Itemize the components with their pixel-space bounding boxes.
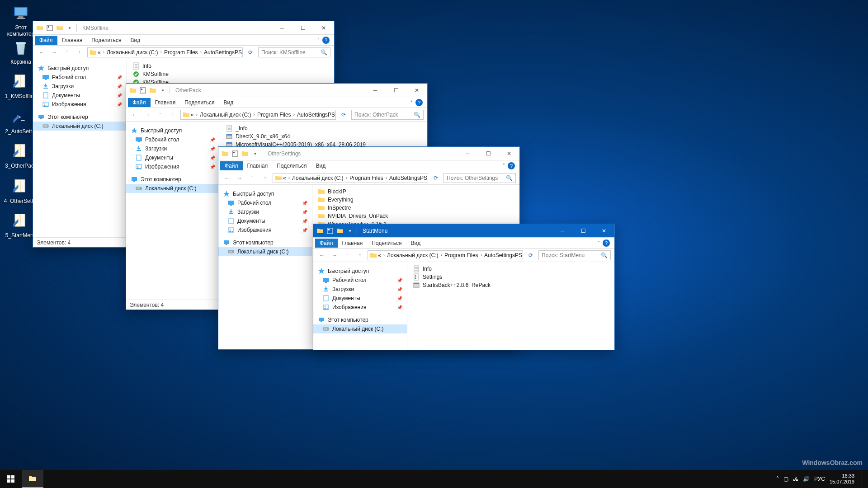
forward-button[interactable]: → — [330, 250, 340, 260]
help-icon[interactable]: ? — [508, 162, 515, 169]
chevron-right-icon[interactable]: › — [439, 253, 443, 258]
chevron-right-icon[interactable]: › — [159, 50, 163, 55]
nav-documents[interactable]: Документы📌 — [33, 91, 127, 100]
up-button[interactable]: ↑ — [168, 110, 178, 120]
minimize-button[interactable]: ─ — [457, 147, 478, 160]
breadcrumb-seg[interactable]: AutoSettingsPS — [204, 49, 242, 56]
search-input[interactable] — [354, 112, 409, 118]
chevron-right-icon[interactable]: › — [195, 112, 199, 117]
tab-share[interactable]: Поделиться — [272, 161, 311, 170]
nav-this-pc[interactable]: Этот компьютер — [313, 315, 407, 324]
titlebar[interactable]: ▾ StartMenu ─ ☐ ✕ — [313, 224, 614, 238]
nav-pictures[interactable]: Изображения📌 — [313, 303, 407, 312]
breadcrumb[interactable]: «›Локальный диск (C:)›Program Files›Auto… — [273, 173, 428, 183]
nav-downloads[interactable]: Загрузки📌 — [313, 285, 407, 294]
breadcrumb-seg[interactable]: Локальный диск (C:) — [200, 112, 251, 118]
back-button[interactable]: ← — [222, 173, 232, 183]
nav-quick-access[interactable]: Быстрый доступ — [218, 189, 312, 198]
tab-share[interactable]: Поделиться — [180, 98, 219, 107]
dropdown-icon[interactable]: ▾ — [251, 150, 259, 158]
breadcrumb-seg[interactable]: « — [283, 175, 286, 181]
breadcrumb-seg[interactable]: AutoSettingsPS — [389, 175, 427, 181]
expand-ribbon-icon[interactable]: ˅ — [410, 100, 413, 105]
qa-folder-icon[interactable] — [56, 24, 64, 32]
chevron-right-icon[interactable]: › — [252, 112, 256, 117]
expand-ribbon-icon[interactable]: ˅ — [598, 240, 600, 245]
nav-cdrive[interactable]: Локальный диск (C:) — [33, 122, 127, 131]
tab-view[interactable]: Вид — [311, 161, 330, 170]
qa-folder-icon[interactable] — [149, 86, 157, 94]
nav-quick-access[interactable]: Быстрый доступ — [313, 267, 407, 276]
titlebar[interactable]: ▾ KMSoffline ─ ☐ ✕ — [33, 21, 334, 35]
list-item[interactable]: InSpectre — [316, 204, 516, 212]
tab-file[interactable]: Файл — [315, 239, 338, 248]
chevron-right-icon[interactable]: › — [287, 175, 291, 180]
list-item[interactable]: _Info — [224, 124, 424, 132]
nav-downloads[interactable]: Загрузки📌 — [218, 207, 312, 216]
file-list[interactable]: InfoSettingsStartisBack++2.8.6_RePack — [407, 262, 614, 350]
back-button[interactable]: ← — [37, 47, 47, 57]
language-indicator[interactable]: РУС — [814, 476, 825, 482]
tab-home[interactable]: Главная — [338, 239, 368, 248]
tab-share[interactable]: Поделиться — [87, 36, 126, 45]
chevron-right-icon[interactable]: › — [292, 112, 296, 117]
breadcrumb-seg[interactable]: Program Files — [257, 112, 291, 118]
breadcrumb[interactable]: «›Локальный диск (C:)›Program Files›Auto… — [180, 110, 336, 120]
close-button[interactable]: ✕ — [406, 84, 427, 97]
nav-documents[interactable]: Документы📌 — [126, 153, 220, 162]
breadcrumb-seg[interactable]: Program Files — [164, 49, 198, 56]
close-button[interactable]: ✕ — [499, 147, 519, 160]
nav-desktop[interactable]: Рабочий стол📌 — [33, 73, 127, 82]
search-input[interactable] — [542, 252, 596, 258]
forward-button[interactable]: → — [235, 173, 245, 183]
maximize-button[interactable]: ☐ — [386, 84, 406, 97]
nav-documents[interactable]: Документы📌 — [218, 216, 312, 225]
up-button[interactable]: ↑ — [355, 250, 365, 260]
nav-this-pc[interactable]: Этот компьютер — [126, 175, 220, 184]
nav-desktop[interactable]: Рабочий стол📌 — [218, 198, 312, 207]
search-box[interactable]: 🔍 — [258, 47, 330, 57]
chevron-right-icon[interactable]: › — [199, 50, 203, 55]
tab-home[interactable]: Главная — [57, 36, 87, 45]
nav-documents[interactable]: Документы📌 — [313, 294, 407, 303]
breadcrumb-seg[interactable]: Program Files — [349, 175, 383, 181]
search-box[interactable]: 🔍 — [443, 173, 516, 183]
show-desktop[interactable] — [862, 470, 864, 488]
nav-cdrive[interactable]: Локальный диск (C:) — [218, 247, 312, 256]
search-input[interactable] — [447, 175, 501, 181]
breadcrumb[interactable]: «›Локальный диск (C:)›Program Files›Auto… — [87, 47, 243, 57]
breadcrumb-seg[interactable]: Локальный диск (C:) — [292, 175, 344, 181]
action-center-icon[interactable]: ▢ — [783, 476, 788, 482]
forward-button[interactable]: → — [142, 110, 152, 120]
help-icon[interactable]: ? — [415, 99, 423, 106]
maximize-button[interactable]: ☐ — [573, 224, 594, 238]
up-button[interactable]: ↑ — [260, 173, 270, 183]
volume-icon[interactable]: 🔊 — [803, 476, 810, 482]
search-box[interactable]: 🔍 — [351, 110, 424, 120]
help-icon[interactable]: ? — [322, 37, 330, 44]
nav-this-pc[interactable]: Этот компьютер — [218, 238, 312, 247]
nav-desktop[interactable]: Рабочий стол📌 — [126, 135, 220, 144]
network-icon[interactable]: 🖧 — [793, 476, 798, 482]
list-item[interactable]: KMSoffline — [131, 70, 330, 78]
maximize-button[interactable]: ☐ — [478, 147, 499, 160]
tab-home[interactable]: Главная — [243, 161, 273, 170]
refresh-button[interactable]: ⟳ — [431, 175, 441, 181]
back-button[interactable]: ← — [317, 250, 327, 260]
breadcrumb-seg[interactable]: « — [98, 49, 101, 56]
forward-button[interactable]: → — [49, 47, 59, 57]
titlebar[interactable]: ▾ OtherPack ─ ☐ ✕ — [126, 84, 427, 97]
breadcrumb-seg[interactable]: AutoSettingsPS — [484, 252, 522, 258]
nav-cdrive[interactable]: Локальный диск (C:) — [126, 184, 220, 193]
list-item[interactable]: Info — [131, 62, 330, 70]
close-button[interactable]: ✕ — [594, 224, 614, 238]
chevron-right-icon[interactable]: › — [382, 253, 386, 258]
list-item[interactable]: Settings — [411, 273, 611, 281]
list-item[interactable]: Everything — [316, 196, 516, 204]
taskbar-explorer[interactable] — [22, 470, 43, 488]
tab-home[interactable]: Главная — [151, 98, 180, 107]
nav-downloads[interactable]: Загрузки📌 — [33, 82, 127, 91]
recent-dropdown[interactable]: ˅ — [247, 173, 257, 183]
list-item[interactable]: NVIDIA_Drivers_UnPack — [316, 212, 516, 220]
tab-view[interactable]: Вид — [219, 98, 238, 107]
